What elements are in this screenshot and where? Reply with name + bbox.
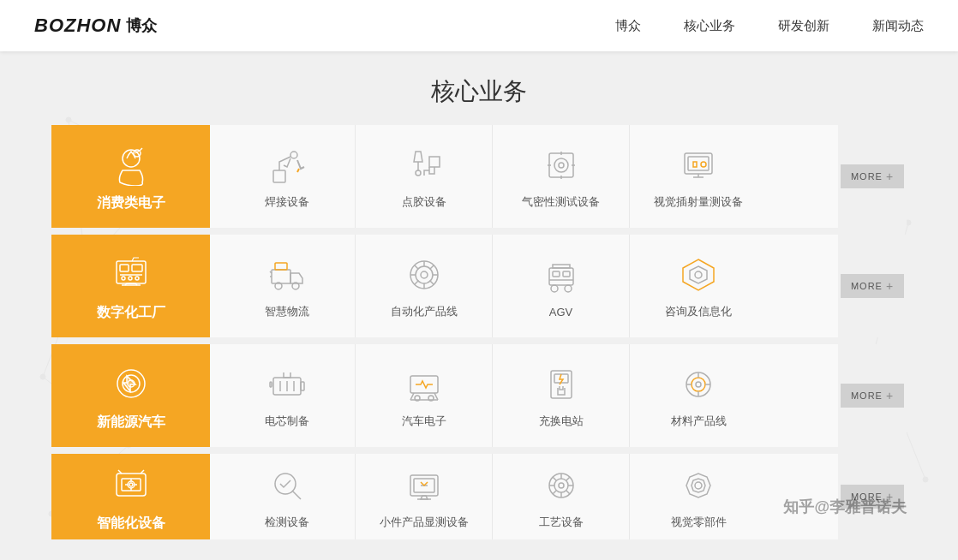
- airtight-icon: [539, 143, 584, 188]
- item-cell[interactable]: 电芯制备: [219, 344, 356, 447]
- page-title: 核心业务: [0, 75, 958, 108]
- logistics-icon: [265, 253, 309, 297]
- svg-point-33: [122, 277, 125, 280]
- svg-point-25: [554, 158, 568, 172]
- digital-more-btn[interactable]: MORE +: [841, 274, 904, 298]
- item-consulting[interactable]: 咨询及信息化: [630, 235, 767, 337]
- digital-icon: [108, 251, 154, 297]
- autoelec-icon: [402, 362, 446, 407]
- digital-name: 数字化工厂: [97, 304, 165, 322]
- ev-more-plus: +: [886, 389, 894, 402]
- consulting-label: 咨询及信息化: [665, 304, 732, 319]
- nav-core[interactable]: 核心业务: [684, 15, 735, 38]
- autoelec-label: 汽车电子: [402, 414, 446, 429]
- dispensing-label: 点胶设备: [402, 194, 446, 210]
- vision-label: 视觉插射量测设备: [654, 194, 743, 210]
- nav-news[interactable]: 新闻动态: [872, 15, 924, 38]
- item-detection[interactable]: 检测设备: [219, 454, 356, 539]
- item-welding[interactable]: 焊接设备: [219, 125, 356, 228]
- item-airtight[interactable]: 气密性测试设备: [493, 125, 630, 228]
- svg-rect-21: [273, 170, 285, 182]
- digital-more-plus: +: [886, 279, 894, 293]
- smallprod-label: 小件产品显测设备: [380, 515, 469, 530]
- smart-more-btn[interactable]: MORE +: [841, 485, 904, 509]
- ev-more-label: MORE: [851, 390, 883, 401]
- item-vision[interactable]: 视觉插射量测设备: [630, 125, 767, 228]
- cell-label: 电芯制备: [265, 414, 309, 429]
- svg-rect-47: [563, 271, 570, 277]
- agv-icon: [539, 254, 584, 299]
- item-vision-comp[interactable]: 视觉零部件: [630, 454, 767, 539]
- header: BOZHON 博众 博众 核心业务 研发创新 新闻动态: [0, 0, 958, 51]
- ev-items: 电芯制备 汽车电子: [210, 344, 838, 447]
- svg-point-34: [129, 277, 132, 280]
- agv-label: AGV: [549, 306, 572, 319]
- categories-container: 消费类电子 焊接设备: [0, 125, 958, 539]
- logo: BOZHON 博众: [34, 15, 157, 37]
- smart-name: 智能化设备: [97, 515, 165, 533]
- digital-more-wrap: MORE +: [838, 235, 907, 337]
- svg-point-44: [551, 285, 558, 292]
- item-charging[interactable]: 充换电站: [493, 344, 630, 447]
- svg-rect-54: [270, 382, 272, 387]
- item-process[interactable]: 工艺设备: [493, 454, 630, 539]
- logistics-label: 智慧物流: [265, 304, 309, 319]
- vision-icon: [676, 143, 721, 188]
- svg-point-71: [554, 479, 568, 492]
- item-autoline[interactable]: 自动化产品线: [356, 235, 493, 337]
- main-nav: 博众 核心业务 研发创新 新闻动态: [615, 15, 924, 38]
- smart-more-wrap: MORE +: [838, 454, 907, 539]
- smart-items: 检测设备 小件产品显测设备: [210, 454, 838, 539]
- item-autoelec[interactable]: 汽车电子: [356, 344, 493, 447]
- smart-more-plus: +: [886, 490, 894, 503]
- dispensing-icon: [402, 143, 446, 188]
- main-content: 核心业务 消费类电子: [0, 51, 958, 560]
- logo-cn: 博众: [126, 15, 157, 36]
- ev-more-btn[interactable]: MORE +: [841, 384, 904, 408]
- svg-rect-63: [117, 474, 146, 496]
- consumer-name: 消费类电子: [97, 194, 165, 212]
- vision-comp-icon: [676, 463, 721, 508]
- nav-home[interactable]: 博众: [615, 15, 641, 38]
- svg-point-73: [695, 482, 702, 489]
- svg-point-22: [290, 152, 297, 158]
- svg-point-45: [565, 285, 572, 292]
- welding-icon: [265, 143, 309, 188]
- consulting-icon: [676, 253, 721, 297]
- svg-rect-53: [301, 382, 304, 390]
- svg-point-23: [416, 170, 421, 176]
- nav-rd[interactable]: 研发创新: [778, 15, 829, 38]
- svg-point-35: [135, 277, 139, 280]
- consumer-more-btn[interactable]: MORE +: [841, 164, 904, 188]
- charging-label: 充换电站: [539, 414, 584, 429]
- smart-icon: [108, 462, 154, 508]
- smallprod-icon: [402, 463, 446, 508]
- ev-icon: [108, 360, 154, 407]
- materials-label: 材料产品线: [671, 414, 727, 429]
- item-dispensing[interactable]: 点胶设备: [356, 125, 493, 228]
- item-materials[interactable]: 材料产品线: [630, 344, 767, 447]
- process-label: 工艺设备: [539, 515, 584, 530]
- svg-point-61: [692, 378, 705, 391]
- svg-point-48: [695, 271, 702, 278]
- welding-label: 焊接设备: [265, 194, 309, 210]
- svg-point-42: [421, 271, 428, 278]
- cell-icon: [265, 362, 309, 407]
- item-logistics[interactable]: 智慧物流: [219, 235, 356, 337]
- detection-label: 检测设备: [265, 515, 309, 530]
- consumer-icon: [108, 141, 154, 188]
- item-smallprod[interactable]: 小件产品显测设备: [356, 454, 493, 539]
- svg-point-66: [129, 483, 133, 486]
- consumer-more-label: MORE: [851, 171, 883, 182]
- svg-rect-36: [272, 270, 290, 283]
- item-agv[interactable]: AGV: [493, 235, 630, 337]
- svg-point-72: [559, 483, 564, 488]
- category-row-consumer: 消费类电子 焊接设备: [51, 125, 907, 228]
- autoline-label: 自动化产品线: [391, 304, 458, 319]
- digital-items: 智慧物流: [210, 235, 838, 337]
- svg-point-26: [559, 163, 564, 168]
- category-label-consumer: 消费类电子: [51, 125, 210, 228]
- svg-rect-32: [132, 265, 142, 271]
- category-label-smart: 智能化设备: [51, 454, 210, 539]
- materials-icon: [676, 362, 721, 407]
